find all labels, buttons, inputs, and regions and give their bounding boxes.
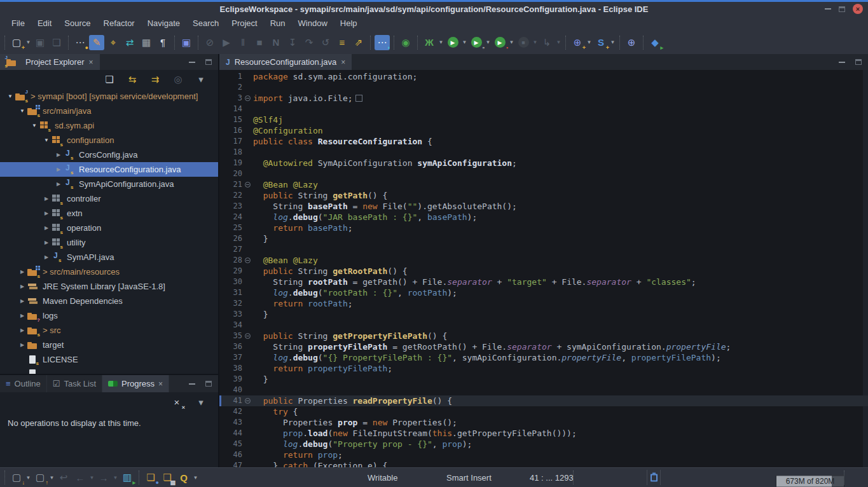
code-line-21[interactable]: 21 @Bean @Lazy [219, 179, 868, 190]
minimize-editor-icon[interactable] [839, 62, 845, 63]
code-line-47[interactable]: 47 } catch (Exception e) { [219, 460, 868, 467]
debug-icon[interactable]: Ж [422, 35, 437, 50]
step-return-icon[interactable]: ↺ [318, 35, 333, 50]
code-line-31[interactable]: 31 log.debug("rootPath : {}", rootPath); [219, 287, 868, 298]
code-line-36[interactable]: 36 String propertyFilePath = getRootPath… [219, 341, 868, 352]
fold-marker-icon[interactable] [242, 255, 253, 266]
expand-arrow-icon[interactable]: ▶ [17, 327, 27, 333]
search-icon[interactable]: Q [176, 470, 191, 485]
tree-item-utility[interactable]: ▶sutility [0, 235, 218, 250]
focus-active-task-icon[interactable]: ⇉ [148, 72, 163, 87]
menu-window[interactable]: Window [292, 17, 334, 29]
resume-icon[interactable]: ▶ [219, 35, 234, 50]
window-close-icon[interactable]: × [853, 4, 863, 14]
code-line-1[interactable]: 1package sd.sym.api.configuration; [219, 71, 868, 82]
expand-arrow-icon[interactable]: ▶ [53, 181, 64, 187]
menu-run[interactable]: Run [264, 17, 292, 29]
paintbrush-icon[interactable]: ✎ [89, 35, 104, 50]
code-line-38[interactable]: 38 return propertyFilePath; [219, 363, 868, 374]
terminate-launch-icon[interactable]: ■ [516, 35, 531, 50]
open-console-icon[interactable]: ▣ [179, 35, 194, 50]
close-icon[interactable]: × [158, 380, 163, 388]
expand-arrow-icon[interactable]: ▶ [41, 240, 52, 245]
tree-item-src-main-java[interactable]: ▼ssrc/main/java [0, 104, 218, 118]
disconnect-icon[interactable]: N [268, 35, 284, 50]
show-whitespace-icon[interactable]: ¶ [155, 35, 170, 50]
fold-marker-icon[interactable] [242, 93, 253, 104]
tree-item-symapiconfiguration-java[interactable]: ▶JsSymApiConfiguration.java [0, 177, 218, 191]
maximize-view-icon[interactable] [205, 381, 212, 387]
menu-edit[interactable]: Edit [31, 17, 58, 29]
code-line-28[interactable]: 28 @Bean @Lazy [219, 255, 868, 266]
import-wizard-menu-arrow[interactable]: ▼ [25, 470, 32, 485]
run-last-menu-arrow[interactable]: ▼ [555, 35, 562, 50]
fold-marker-icon[interactable] [242, 179, 253, 190]
tree-item-maven-dependencies[interactable]: ▶Maven Dependencies [0, 294, 218, 308]
minimize-view-icon[interactable] [189, 62, 195, 63]
maximize-view-icon[interactable] [205, 59, 212, 65]
coverage-icon[interactable]: ▶▫ [469, 35, 484, 50]
tree-item-resourceconfiguration-java[interactable]: ▶JsResourceConfiguration.java [0, 162, 218, 177]
run-last-icon[interactable]: ↳ [539, 35, 555, 50]
tree-item-target[interactable]: ▶target [0, 338, 218, 352]
tab-task-list[interactable]: ☑Task List [47, 375, 102, 392]
code-line-24[interactable]: 24 log.debug("JAR basePath : {}", basePa… [219, 212, 868, 223]
code-line-45[interactable]: 45 log.debug("Property prop - {}", prop)… [219, 439, 868, 449]
code-line-37[interactable]: 37 log.debug("{} PropertyFilePath : {}",… [219, 352, 868, 363]
code-line-44[interactable]: 44 prop.load(new FileInputStream(this.ge… [219, 428, 868, 439]
code-line-39[interactable]: 39 } [219, 374, 868, 385]
collapse-arrow-icon[interactable]: ▼ [29, 123, 39, 128]
save-all-icon[interactable]: ❏ [49, 35, 64, 50]
new-spring-starter-menu-arrow[interactable]: ▼ [609, 35, 616, 50]
expand-arrow-icon[interactable]: ▶ [53, 167, 64, 172]
code-line-20[interactable]: 20 [219, 168, 868, 179]
search-menu-arrow[interactable]: ▼ [192, 470, 199, 485]
code-line-26[interactable]: 26 } [219, 233, 868, 244]
code-line-32[interactable]: 32 return rootPath; [219, 298, 868, 309]
code-line-22[interactable]: 22 public String getPath() { [219, 190, 868, 201]
filters-icon[interactable]: ◎ [170, 72, 186, 87]
task-history-icon[interactable]: ⋯● [72, 35, 88, 50]
tree-item-operation[interactable]: ▶soperation [0, 221, 218, 235]
menu-help[interactable]: Help [334, 17, 364, 29]
tree-item-symapi-boot-symapi-service-development[interactable]: ▼Js> symapi [boot] [symapi service/devel… [0, 89, 218, 104]
new-web-project-menu-arrow[interactable]: ▼ [586, 35, 593, 50]
tree-item-license[interactable]: sLICENSE [0, 352, 218, 367]
import-wizard-icon[interactable]: ▢↓ [9, 470, 24, 485]
code-line-42[interactable]: 42 try { [219, 406, 868, 417]
run-garbage-collector-button[interactable] [647, 470, 661, 485]
save-icon[interactable]: ▣ [32, 35, 48, 50]
expand-arrow-icon[interactable]: ▶ [41, 225, 52, 231]
record-disabled-icon[interactable]: ⊘ [202, 35, 217, 50]
code-line-41[interactable]: 41 public Properties readPropertyFile() … [219, 395, 868, 406]
profile-menu-arrow[interactable]: ▼ [508, 35, 515, 50]
collapse-arrow-icon[interactable]: ▼ [41, 137, 52, 143]
tree-item-jre-system-library-javase-1-8[interactable]: ▶JRE System Library [JavaSE-1.8] [0, 279, 218, 294]
tab-resourceconfiguration-java[interactable]: J ResourceConfiguration.java × [219, 54, 352, 70]
menu-project[interactable]: Project [225, 17, 263, 29]
export-wizard-menu-arrow[interactable]: ▼ [48, 470, 55, 485]
expand-arrow-icon[interactable]: ▶ [53, 152, 64, 158]
maximize-editor-icon[interactable] [855, 59, 862, 65]
step-over-icon[interactable]: ↷ [301, 35, 317, 50]
code-line-19[interactable]: 19 @Autowired SymApiConfiguration symApi… [219, 158, 868, 168]
console-pin-icon[interactable]: ⋯◗ [375, 35, 390, 50]
code-line-2[interactable]: 2 [219, 82, 868, 93]
fold-marker-icon[interactable] [242, 395, 253, 406]
forward-icon[interactable]: → [96, 470, 111, 485]
collapse-arrow-icon[interactable]: ▼ [17, 108, 27, 114]
tab-outline[interactable]: ≡Outline [0, 375, 47, 392]
project-tree[interactable]: ▼Js> symapi [boot] [symapi service/devel… [0, 89, 218, 374]
launch-power-icon[interactable]: ◉ [398, 35, 413, 50]
menu-search[interactable]: Search [186, 17, 225, 29]
code-line-29[interactable]: 29 public String getRootPath() { [219, 266, 868, 277]
code-line-35[interactable]: 35 public String getPropertyFilePath() { [219, 331, 868, 341]
new-spring-starter-icon[interactable]: S+ [593, 35, 609, 50]
tab-progress[interactable]: Progress× [102, 375, 169, 392]
spotlight-icon[interactable]: ⌖ [106, 35, 121, 50]
expand-arrow-icon[interactable]: ▶ [41, 196, 52, 202]
open-resource-icon[interactable]: ❏▤ [160, 470, 175, 485]
collapse-all-icon[interactable]: ❏ [102, 72, 117, 87]
block-selection-icon[interactable]: ▦ [139, 35, 154, 50]
ant-icon[interactable]: ◆▸ [647, 35, 663, 50]
